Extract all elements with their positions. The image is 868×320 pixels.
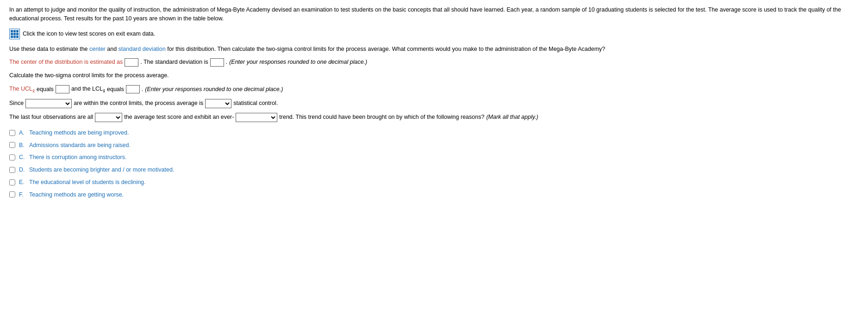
last-four-label: The last four observations are all xyxy=(9,113,93,122)
last-four-line: The last four observations are all above… xyxy=(9,113,859,122)
checkbox-row-c: C. There is corruption among instructors… xyxy=(9,153,859,162)
since-stat-control: statistical control. xyxy=(233,99,278,108)
checkbox-letter-b: B. xyxy=(19,141,25,150)
checkbox-label-f: Teaching methods are getting worse. xyxy=(29,191,124,199)
ucl-input[interactable] xyxy=(56,85,69,93)
ucl-lcl-line: The UCLx̄ equals and the LCLx̄ equals . … xyxy=(9,85,859,94)
last-four-dropdown2[interactable]: increasing decreasing fluctuating xyxy=(236,113,277,122)
checkbox-a[interactable] xyxy=(9,130,15,136)
since-within-text: are within the control limits, the proce… xyxy=(74,99,203,108)
checkbox-row-f: F. Teaching methods are getting worse. xyxy=(9,191,859,199)
click-icon-row: Click the icon to view test scores on ex… xyxy=(9,29,859,39)
checkbox-row-a: A. Teaching methods are being improved. xyxy=(9,129,859,137)
grid-icon[interactable] xyxy=(9,29,20,39)
checkbox-section: A. Teaching methods are being improved. … xyxy=(9,129,859,199)
checkbox-row-e: E. The educational level of students is … xyxy=(9,178,859,187)
and-lcl-text: and the LCLx̄ xyxy=(71,85,105,94)
checkbox-b[interactable] xyxy=(9,142,15,148)
period1: . xyxy=(226,58,227,67)
checkbox-letter-d: D. xyxy=(19,166,25,174)
ucl-italic-note: (Enter your responses rounded to one dec… xyxy=(145,85,283,94)
last-four-dropdown1[interactable]: above below xyxy=(95,113,122,122)
checkbox-letter-a: A. xyxy=(19,129,25,137)
checkbox-letter-e: E. xyxy=(19,178,25,187)
click-label: Click the icon to view test scores on ex… xyxy=(23,30,155,38)
checkbox-letter-f: F. xyxy=(19,191,25,199)
checkbox-letter-c: C. xyxy=(19,153,25,162)
since-line: Since all values most values no values s… xyxy=(9,99,859,108)
std-dev-label: . The standard deviation is xyxy=(140,58,208,67)
use-data-paragraph: Use these data to estimate the center an… xyxy=(9,45,859,54)
std-dev-input[interactable] xyxy=(210,58,224,67)
checkbox-label-d: Students are becoming brighter and / or … xyxy=(29,166,174,174)
checkbox-label-b: Admissions standards are being raised. xyxy=(29,141,131,150)
checkbox-row-b: B. Admissions standards are being raised… xyxy=(9,141,859,150)
last-four-trend-text: trend. This trend could have been brough… xyxy=(279,113,484,122)
intro-paragraph: In an attempt to judge and monitor the q… xyxy=(9,6,843,23)
center-input[interactable] xyxy=(125,58,138,67)
checkbox-e[interactable] xyxy=(9,179,15,185)
checkbox-d[interactable] xyxy=(9,167,15,173)
checkbox-f[interactable] xyxy=(9,191,15,197)
center-italic-note: (Enter your responses rounded to one dec… xyxy=(229,58,367,67)
lcl-input[interactable] xyxy=(126,85,140,93)
calculate-line: Calculate the two-sigma control limits f… xyxy=(9,71,859,80)
last-four-avg-text: the average test score and exhibit an ev… xyxy=(124,113,234,122)
checkbox-label-c: There is corruption among instructors. xyxy=(29,153,127,162)
checkbox-label-e: The educational level of students is dec… xyxy=(29,178,146,187)
checkbox-label-a: Teaching methods are being improved. xyxy=(29,129,129,137)
checkbox-c[interactable] xyxy=(9,154,15,160)
since-dropdown1[interactable]: all values most values no values some va… xyxy=(25,99,72,108)
last-four-italic: (Mark all that apply.) xyxy=(486,113,538,122)
ucl-equals: equals xyxy=(37,85,54,94)
checkbox-row-d: D. Students are becoming brighter and / … xyxy=(9,166,859,174)
since-dropdown2[interactable]: in out of near xyxy=(205,99,231,108)
since-label: Since xyxy=(9,99,24,108)
center-label-text: The center of the distribution is estima… xyxy=(9,58,123,67)
center-line: The center of the distribution is estima… xyxy=(9,58,859,67)
ucl-period: . xyxy=(142,85,143,94)
ucl-text: The UCLx̄ xyxy=(9,85,35,94)
lcl-equals: equals xyxy=(107,85,124,94)
